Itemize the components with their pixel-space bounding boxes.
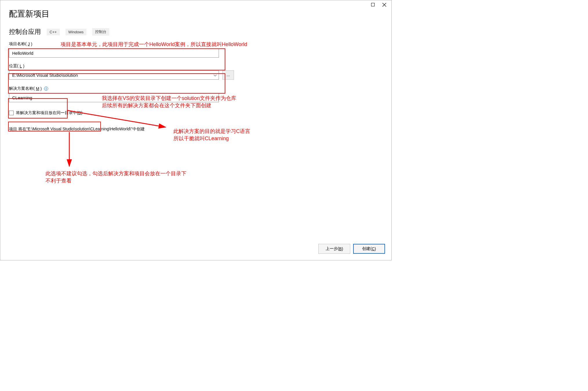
- location-label: 位置(L): [9, 63, 383, 69]
- page-title: 配置新项目: [9, 8, 383, 19]
- location-combo[interactable]: [9, 70, 219, 80]
- annotation-text-2: 我选择在VS的安装目录下创建一个solution文件夹作为仓库 后续所有的解决方…: [102, 95, 236, 109]
- info-icon[interactable]: i: [44, 87, 48, 91]
- create-button[interactable]: 创建(C): [353, 244, 385, 254]
- tag-cpp: C++: [47, 29, 60, 35]
- back-button[interactable]: 上一步(B): [318, 244, 350, 254]
- same-directory-label: 将解决方案和项目放在同一目录中(D): [16, 110, 82, 116]
- dialog-footer: 上一步(B) 创建(C): [318, 244, 385, 254]
- annotation-arrow-2: [64, 132, 76, 170]
- tag-windows: Windows: [66, 29, 87, 35]
- dialog-content: 配置新项目 控制台应用 C++ Windows 控制台 项目名称(J) 位置(L…: [0, 0, 391, 132]
- browse-button[interactable]: ...: [222, 70, 234, 80]
- subtitle-row: 控制台应用 C++ Windows 控制台: [9, 28, 383, 36]
- same-directory-checkbox-row[interactable]: 将解决方案和项目放在同一目录中(D): [9, 110, 383, 116]
- field-location: 位置(L) ...: [9, 63, 383, 80]
- annotation-text-4: 此选项不建议勾选，勾选后解决方案和项目会放在一个目录下 不利于查看: [46, 170, 186, 184]
- annotation-text-3: 此解决方案的目的就是学习C语言 所以干脆就叫CLearning: [173, 128, 250, 142]
- project-name-input[interactable]: [9, 48, 219, 58]
- checkbox-icon: [9, 111, 14, 115]
- maximize-button[interactable]: [371, 3, 375, 7]
- tag-console: 控制台: [92, 28, 109, 36]
- solution-name-label: 解决方案名称(M) i: [9, 86, 383, 91]
- svg-rect-0: [371, 3, 375, 6]
- project-type-label: 控制台应用: [9, 28, 41, 36]
- close-button[interactable]: [382, 3, 386, 7]
- annotation-text-1: 项目是基本单元，此项目用于完成一个HelloWorld案例，所以直接就叫Hell…: [61, 41, 247, 48]
- window-controls: [371, 0, 391, 9]
